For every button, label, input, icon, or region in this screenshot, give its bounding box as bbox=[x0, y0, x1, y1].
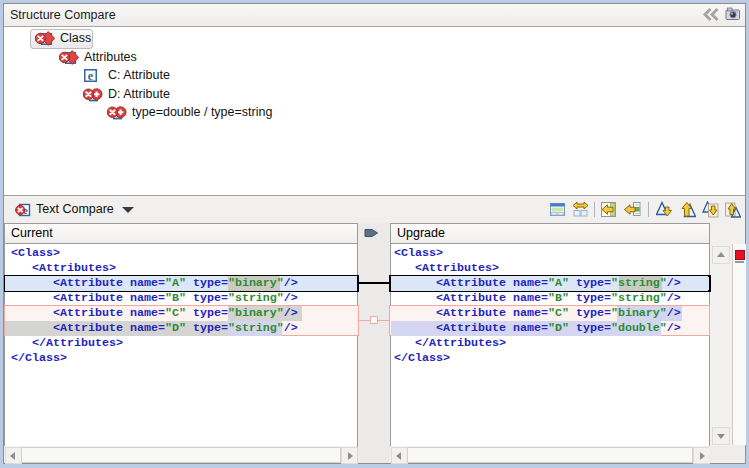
tree-item-label: type=double / type=string bbox=[132, 103, 272, 121]
code-text: <Attribute name="B" type="string"/> bbox=[11, 291, 298, 306]
next-difference-icon bbox=[656, 201, 673, 218]
vertical-scrollbar[interactable] bbox=[710, 244, 731, 445]
swap-left-right-icon bbox=[572, 201, 589, 218]
scroll-up-button[interactable] bbox=[712, 246, 730, 264]
left-horizontal-scrollbar[interactable] bbox=[4, 446, 357, 463]
code-text: </Class> bbox=[11, 351, 67, 366]
code-text: <Attributes> bbox=[394, 261, 499, 276]
previous-difference-button[interactable] bbox=[679, 201, 696, 218]
toolbar-separator bbox=[648, 202, 649, 217]
code-line: <Attribute name="B" type="string"/> bbox=[391, 291, 708, 306]
next-change-icon bbox=[702, 201, 719, 218]
attribute-icon bbox=[84, 69, 97, 82]
scroll-left-button[interactable] bbox=[391, 447, 408, 464]
arrow-down-icon bbox=[717, 434, 725, 439]
scrollbar-corner bbox=[709, 446, 745, 463]
toolbar-separator bbox=[594, 202, 595, 217]
show-ancestor-pane-button[interactable] bbox=[549, 201, 566, 218]
scroll-right-button[interactable] bbox=[341, 447, 358, 464]
right-pane-header: Upgrade bbox=[390, 223, 710, 245]
text-compare-header: Text Compare bbox=[4, 196, 745, 223]
code-line: <Attribute name="A" type="string"/> bbox=[391, 276, 708, 291]
left-pane-header: Current bbox=[4, 223, 358, 245]
right-code-pane[interactable]: <Class> <Attributes> <Attribute name="A"… bbox=[391, 244, 708, 444]
code-line: </Attributes> bbox=[391, 336, 708, 351]
copy-all-right-to-left-button[interactable] bbox=[600, 201, 617, 218]
swap-left-right-button[interactable] bbox=[572, 201, 589, 218]
code-text: </Class> bbox=[394, 351, 450, 366]
selected-diff-connector bbox=[358, 282, 390, 284]
code-line: <Attribute name="D" type="double"/> bbox=[391, 321, 708, 336]
code-line: </Class> bbox=[391, 351, 708, 366]
show-ancestor-pane-icon bbox=[549, 201, 566, 218]
copy-all-right-to-left-icon bbox=[600, 201, 617, 218]
previous-change-icon bbox=[724, 201, 741, 218]
code-text: <Class> bbox=[11, 246, 60, 261]
structure-compare-title: Structure Compare bbox=[10, 4, 116, 26]
conflict-marker[interactable] bbox=[735, 250, 745, 260]
code-line: <Attribute name="C" type="binary"/> bbox=[391, 306, 708, 321]
code-text: <Class> bbox=[394, 246, 443, 261]
structure-compare-header: Structure Compare bbox=[4, 4, 745, 27]
compare-editor-window: e e bbox=[0, 0, 749, 468]
overview-ruler[interactable] bbox=[732, 244, 746, 445]
code-line: </Attributes> bbox=[5, 336, 357, 351]
text-compare-icon bbox=[15, 202, 31, 218]
structure-compare-tree: ClassAttributesC: AttributeD: Attributet… bbox=[4, 27, 745, 195]
previous-difference-icon bbox=[679, 201, 696, 218]
view-menu-icon[interactable] bbox=[725, 6, 741, 22]
code-text: <Attribute name="D" type="double"/> bbox=[394, 321, 681, 336]
previous-change-button[interactable] bbox=[724, 201, 741, 218]
scroll-left-button[interactable] bbox=[5, 447, 22, 464]
scroll-down-button[interactable] bbox=[712, 427, 730, 445]
conflict-diff-handle[interactable] bbox=[370, 316, 378, 324]
conflict-add-icon bbox=[107, 105, 127, 120]
next-change-button[interactable] bbox=[702, 201, 719, 218]
code-line: <Attributes> bbox=[5, 261, 357, 276]
copy-current-right-to-left-button[interactable] bbox=[624, 201, 641, 218]
arrow-up-icon bbox=[717, 252, 725, 257]
left-pane-title: Current bbox=[11, 224, 53, 242]
conflict-icon bbox=[35, 31, 55, 46]
tree-item-label: C: Attribute bbox=[108, 66, 170, 84]
code-text: </Attributes> bbox=[11, 336, 123, 351]
next-difference-button[interactable] bbox=[656, 201, 673, 218]
arrow-left-icon bbox=[10, 452, 15, 460]
diff-connector-strip bbox=[358, 223, 390, 463]
code-line: <Attribute name="A" type="binary"/> bbox=[5, 276, 357, 291]
code-line: <Class> bbox=[5, 246, 357, 261]
tree-item-type-double-type-string[interactable]: type=double / type=string bbox=[4, 103, 745, 121]
code-text: </Attributes> bbox=[394, 336, 506, 351]
scrollbar-thumb[interactable] bbox=[407, 447, 693, 463]
code-line: <Class> bbox=[391, 246, 708, 261]
tree-item-label: D: Attribute bbox=[108, 85, 170, 103]
scrollbar-thumb[interactable] bbox=[21, 447, 341, 463]
copy-current-right-to-left-icon bbox=[624, 201, 641, 218]
code-line: </Class> bbox=[5, 351, 357, 366]
left-code-pane[interactable]: <Class> <Attributes> <Attribute name="A"… bbox=[5, 244, 357, 444]
change-marker[interactable] bbox=[735, 261, 744, 263]
code-text: <Attribute name="C" type="binary"/> bbox=[11, 306, 298, 321]
tree-item-class[interactable]: Class bbox=[4, 29, 745, 47]
tree-item-d-attribute[interactable]: D: Attribute bbox=[4, 85, 745, 103]
tree-item-label: Class bbox=[60, 29, 91, 47]
text-compare-title: Text Compare bbox=[36, 196, 114, 222]
code-text: <Attribute name="A" type="binary"/> bbox=[11, 276, 298, 291]
right-pane-title: Upgrade bbox=[397, 224, 445, 242]
code-text: <Attribute name="B" type="string"/> bbox=[394, 291, 681, 306]
scroll-right-button[interactable] bbox=[693, 447, 710, 464]
arrow-right-icon bbox=[700, 452, 705, 460]
right-horizontal-scrollbar[interactable] bbox=[390, 446, 709, 463]
tree-item-label: Attributes bbox=[84, 48, 137, 66]
tree-item-attributes[interactable]: Attributes bbox=[4, 48, 745, 66]
code-text: <Attribute name="C" type="binary"/> bbox=[394, 306, 681, 321]
chevron-down-icon[interactable] bbox=[122, 207, 134, 213]
code-text: <Attribute name="A" type="string"/> bbox=[394, 276, 681, 291]
arrow-right-icon bbox=[348, 452, 353, 460]
code-text: <Attributes> bbox=[11, 261, 116, 276]
conflict-icon bbox=[59, 50, 79, 65]
tree-item-c-attribute[interactable]: C: Attribute bbox=[4, 66, 745, 84]
collapse-all-icon[interactable] bbox=[702, 7, 720, 22]
code-text: <Attribute name="D" type="string"/> bbox=[11, 321, 298, 336]
direction-arrow-icon bbox=[364, 227, 379, 239]
